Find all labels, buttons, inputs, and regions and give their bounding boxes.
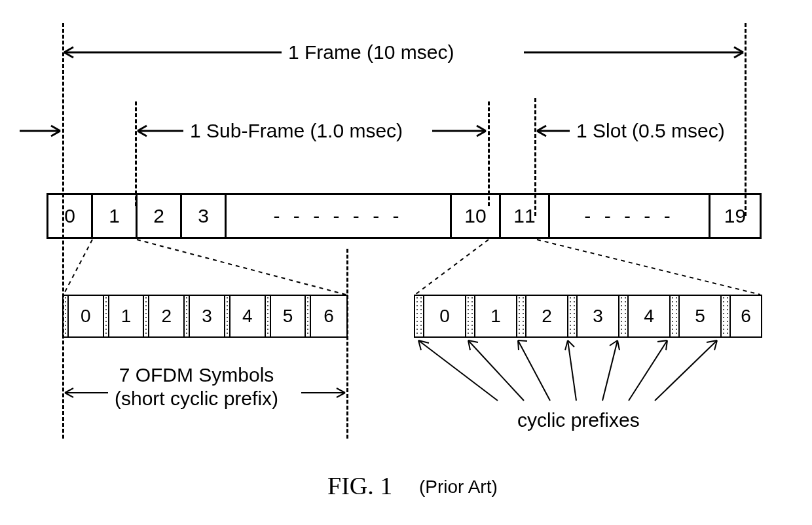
figure-title: FIG. 1 [327,471,392,500]
diagram-canvas: 1 Frame (10 msec) 1 Sub-Frame (1.0 msec)… [0,0,812,525]
svg-line-13 [468,340,524,401]
cp-label: cyclic prefixes [517,409,640,431]
svg-line-18 [655,340,717,401]
svg-line-15 [568,340,576,401]
figure-subtitle: (Prior Art) [419,477,498,498]
svg-line-12 [418,340,498,401]
svg-line-16 [602,340,618,401]
cp-arrows [0,0,812,432]
svg-line-14 [518,340,550,401]
svg-line-17 [629,340,667,401]
